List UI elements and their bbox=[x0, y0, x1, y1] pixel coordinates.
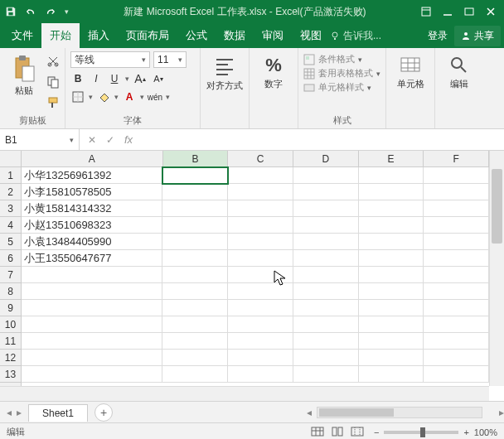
cell-A12[interactable] bbox=[22, 350, 162, 366]
name-box[interactable]: B1 ▾ bbox=[0, 129, 80, 150]
number-button[interactable]: % 数字 bbox=[254, 51, 293, 90]
borders-button[interactable] bbox=[70, 89, 85, 104]
italic-button[interactable]: I bbox=[89, 71, 104, 86]
cell-B2[interactable] bbox=[162, 184, 228, 200]
borders-more-icon[interactable]: ▾ bbox=[89, 93, 93, 101]
cell-D11[interactable] bbox=[293, 333, 359, 350]
row-header-5[interactable]: 5 bbox=[0, 234, 21, 250]
cell-C10[interactable] bbox=[228, 316, 293, 333]
cell-B10[interactable] bbox=[162, 316, 228, 333]
cell-E10[interactable] bbox=[359, 316, 424, 333]
cell-F11[interactable] bbox=[424, 333, 489, 350]
cell-E13[interactable] bbox=[359, 366, 424, 383]
hscroll-right-icon[interactable]: ▸ bbox=[499, 407, 504, 418]
shrink-font-button[interactable]: A▾ bbox=[151, 71, 166, 86]
alignment-button[interactable]: 对齐方式 bbox=[206, 51, 244, 92]
column-header-C[interactable]: C bbox=[228, 151, 293, 166]
cell-F10[interactable] bbox=[424, 316, 489, 333]
cell-F8[interactable] bbox=[424, 283, 489, 300]
column-header-A[interactable]: A bbox=[22, 151, 163, 166]
cell-F6[interactable] bbox=[424, 250, 489, 267]
fill-color-more-icon[interactable]: ▾ bbox=[114, 93, 119, 101]
cell-B8[interactable] bbox=[162, 283, 228, 300]
cell-A8[interactable] bbox=[22, 283, 162, 300]
cell-D6[interactable] bbox=[293, 250, 359, 267]
maximize-icon[interactable] bbox=[464, 7, 474, 17]
cell-B4[interactable] bbox=[162, 217, 228, 234]
cell-D12[interactable] bbox=[293, 350, 359, 366]
ribbon-options-icon[interactable] bbox=[421, 7, 431, 17]
font-color-button[interactable]: A bbox=[122, 89, 137, 104]
phonetic-more-icon[interactable]: ▾ bbox=[166, 93, 170, 101]
row-header-9[interactable]: 9 bbox=[0, 300, 21, 316]
row-header-8[interactable]: 8 bbox=[0, 283, 21, 300]
cell-C7[interactable] bbox=[228, 267, 293, 283]
cell-E2[interactable] bbox=[359, 184, 424, 200]
cell-D2[interactable] bbox=[293, 184, 359, 200]
row-header-6[interactable]: 6 bbox=[0, 250, 21, 267]
cell-E3[interactable] bbox=[359, 200, 424, 217]
cell-F1[interactable] bbox=[424, 167, 489, 184]
cell-E7[interactable] bbox=[359, 267, 424, 283]
cell-A5[interactable]: 小袁13484405990 bbox=[22, 234, 162, 250]
row-header-2[interactable]: 2 bbox=[0, 184, 21, 200]
cell-C8[interactable] bbox=[228, 283, 293, 300]
login-button[interactable]: 登录 bbox=[421, 26, 454, 46]
grow-font-button[interactable]: A▴ bbox=[133, 71, 148, 86]
cell-E1[interactable] bbox=[359, 167, 424, 184]
cell-F9[interactable] bbox=[424, 300, 489, 316]
cell-F5[interactable] bbox=[424, 234, 489, 250]
cell-B1[interactable] bbox=[162, 167, 228, 184]
tab-review[interactable]: 审阅 bbox=[254, 23, 292, 48]
zoom-in-button[interactable]: + bbox=[463, 427, 468, 437]
tab-formulas[interactable]: 公式 bbox=[177, 23, 216, 48]
cancel-formula-icon[interactable]: ✕ bbox=[88, 134, 96, 146]
cell-B11[interactable] bbox=[162, 333, 228, 350]
cell-B6[interactable] bbox=[162, 250, 228, 267]
cell-C5[interactable] bbox=[228, 234, 293, 250]
sheet-prev-icon[interactable]: ◂ bbox=[7, 407, 12, 418]
zoom-slider[interactable] bbox=[384, 431, 458, 434]
cell-A1[interactable]: 小华13256961392 bbox=[22, 167, 162, 184]
cell-E4[interactable] bbox=[359, 217, 424, 234]
zoom-knob[interactable] bbox=[420, 427, 425, 437]
undo-icon[interactable] bbox=[25, 6, 36, 17]
sheet-tab-active[interactable]: Sheet1 bbox=[28, 404, 88, 422]
bold-button[interactable]: B bbox=[70, 71, 85, 86]
vscroll-thumb[interactable] bbox=[492, 169, 502, 244]
cell-C11[interactable] bbox=[228, 333, 293, 350]
cut-icon[interactable] bbox=[46, 55, 60, 70]
cell-D9[interactable] bbox=[293, 300, 359, 316]
cell-E8[interactable] bbox=[359, 283, 424, 300]
cell-A2[interactable]: 小李15810578505 bbox=[22, 184, 162, 200]
cell-A6[interactable]: 小王13550647677 bbox=[22, 250, 162, 267]
hscroll-left-icon[interactable]: ◂ bbox=[307, 407, 317, 418]
redo-icon[interactable] bbox=[45, 6, 56, 17]
editing-button[interactable]: 编辑 bbox=[440, 51, 478, 90]
cell-E6[interactable] bbox=[359, 250, 424, 267]
cell-C2[interactable] bbox=[228, 184, 293, 200]
cells-button[interactable]: 单元格 bbox=[391, 51, 429, 90]
row-header-1[interactable]: 1 bbox=[0, 167, 21, 184]
share-button[interactable]: 共享 bbox=[454, 26, 501, 46]
fx-icon[interactable]: fx bbox=[124, 133, 133, 146]
vertical-scrollbar[interactable] bbox=[489, 151, 504, 386]
cell-C13[interactable] bbox=[228, 366, 293, 383]
cell-D4[interactable] bbox=[293, 217, 359, 234]
cell-B3[interactable] bbox=[162, 200, 228, 217]
horizontal-scrollbar[interactable] bbox=[317, 407, 482, 418]
select-all-corner[interactable] bbox=[0, 151, 22, 167]
view-page-break-icon[interactable] bbox=[351, 427, 364, 438]
column-header-D[interactable]: D bbox=[293, 151, 359, 166]
row-header-3[interactable]: 3 bbox=[0, 200, 21, 217]
cell-E11[interactable] bbox=[359, 333, 424, 350]
cell-F13[interactable] bbox=[424, 366, 489, 383]
cell-B13[interactable] bbox=[162, 366, 228, 383]
cells-area[interactable]: 小华13256961392小李15810578505小黄15814314332小… bbox=[22, 167, 489, 386]
cell-C9[interactable] bbox=[228, 300, 293, 316]
cell-A10[interactable] bbox=[22, 316, 162, 333]
zoom-out-button[interactable]: − bbox=[374, 427, 379, 437]
cell-D1[interactable] bbox=[293, 167, 359, 184]
underline-more-icon[interactable]: ▾ bbox=[125, 75, 129, 83]
font-color-more-icon[interactable]: ▾ bbox=[140, 93, 144, 101]
